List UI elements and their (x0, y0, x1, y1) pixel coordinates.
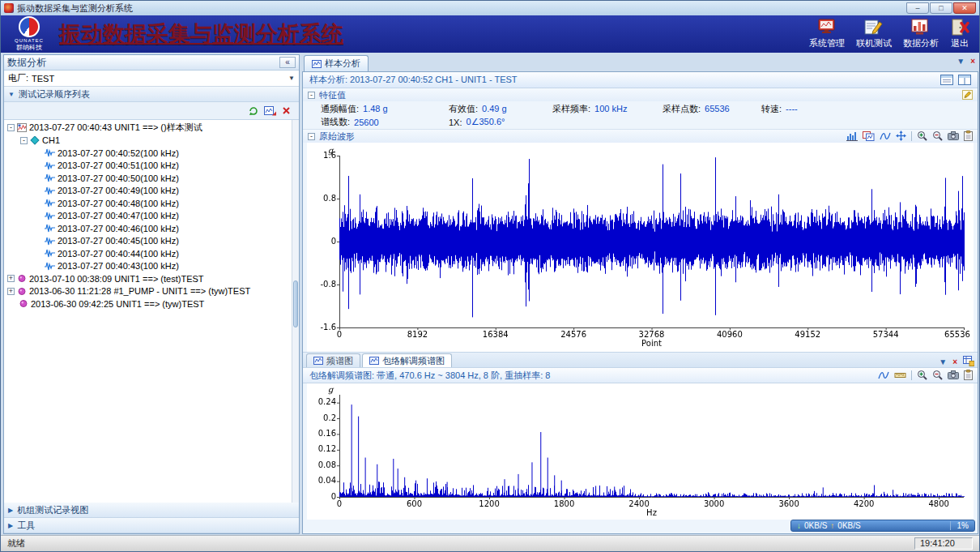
tab-sample-analysis[interactable]: 样本分析 (304, 55, 369, 71)
upload-rate: 0KB/S (837, 521, 860, 530)
spectrum-tabbar: 频谱图包络解调频谱图 ▼ × (303, 352, 978, 367)
sidebar-item-unit-test-view[interactable]: ▶ 机组测试记录视图 (4, 503, 299, 518)
tab-label: 频谱图 (326, 355, 353, 367)
zoom-in-icon[interactable] (917, 131, 927, 141)
minimize-button[interactable]: – (906, 2, 929, 14)
zoom-in-icon[interactable] (917, 370, 927, 380)
collapse-expander-icon[interactable]: - (20, 137, 28, 144)
spectrum-close-icon[interactable]: × (952, 357, 957, 367)
feature-label: 转速: (761, 103, 782, 115)
feature-item: 1X:0∠350.6° (449, 116, 552, 128)
tree-item[interactable]: 2013-06-30 09:42:25 UNIT1 ==> (tyw)TEST (4, 297, 291, 310)
tab-label: 样本分析 (325, 58, 360, 70)
tree-item[interactable]: 2013-07-27 00:40:48(100 kHz) (4, 197, 291, 210)
report-icon[interactable] (940, 75, 953, 85)
tree-item[interactable]: 2013-07-27 00:40:49(100 kHz) (4, 185, 291, 198)
action-label: 系统管理 (809, 37, 845, 49)
expand-expander-icon[interactable]: + (7, 275, 15, 282)
layout-icon[interactable] (958, 75, 971, 85)
edit-icon[interactable] (962, 90, 973, 101)
tree-item[interactable]: 2013-07-27 00:40:45(100 kHz) (4, 235, 291, 248)
curve-icon[interactable] (878, 370, 889, 380)
ruler-icon[interactable] (894, 370, 906, 380)
tree-item-label: 2013-07-27 00:40:46(100 kHz) (58, 224, 179, 233)
close-button[interactable]: ✕ (953, 2, 976, 14)
tree-item[interactable]: 2013-07-27 00:40:44(100 kHz) (4, 247, 291, 260)
tree-item-label: 2013-07-27 00:40:44(100 kHz) (58, 249, 179, 259)
sidebar-collapse-button[interactable]: « (279, 57, 296, 68)
section-expanded-icon: ▼ (8, 91, 15, 98)
tree-item[interactable]: 2013-07-27 00:40:43(100 kHz) (4, 260, 291, 273)
main-tabbar: 样本分析 ▼ × (302, 54, 978, 71)
spectrum-collapse-icon[interactable]: ▼ (939, 357, 947, 367)
waveform-section-header[interactable]: - 原始波形 (303, 129, 978, 143)
window-titlebar[interactable]: 振动数据采集与监测分析系统 – □ ✕ (1, 1, 979, 15)
data-analysis-button[interactable]: 数据分析 (903, 19, 939, 49)
waveform-icon (45, 199, 55, 208)
sidebar-item-tools[interactable]: ▶ 工具 (4, 518, 299, 533)
data-analysis-icon (911, 19, 931, 36)
tree-item[interactable]: +2013-07-10 00:38:09 UNIT1 ==> (test)TES… (4, 272, 291, 285)
clipboard-icon[interactable] (964, 370, 973, 380)
exit-button[interactable]: 退出 (950, 19, 969, 49)
section-label: 工具 (17, 520, 35, 532)
plant-value: TEST (32, 74, 54, 83)
record-list-section-header[interactable]: ▼ 测试记录顺序列表 (4, 87, 299, 102)
tab-envelope-spectrum[interactable]: 包络解调频谱图 (362, 353, 452, 367)
collapse-box-icon[interactable]: - (308, 133, 315, 140)
waveform-toolbar (846, 131, 973, 141)
feature-value: 0.49 g (482, 104, 507, 113)
overlay-chart-icon[interactable] (863, 131, 875, 141)
tree-item[interactable]: +2013-06-30 11:21:28 #1_PUMP - UNIT1 ==>… (4, 285, 291, 298)
online-test-button[interactable]: 联机测试 (856, 19, 892, 49)
tree-item[interactable]: 2013-07-27 00:40:47(100 kHz) (4, 210, 291, 223)
record-icon (19, 299, 28, 308)
refresh-icon[interactable] (248, 105, 258, 116)
compare-icon[interactable] (264, 106, 276, 116)
waveform-chart[interactable] (307, 143, 974, 352)
expand-expander-icon[interactable]: + (7, 288, 15, 295)
spectrum-info-text: 包络解调频谱图: 带通, 470.6 Hz ~ 3804 Hz, 8 阶, 重抽… (309, 370, 550, 382)
toolbar-separator (911, 370, 912, 380)
feature-value: 65536 (705, 104, 730, 113)
tree-scrollbar-thumb[interactable] (293, 280, 298, 327)
chevron-down-icon[interactable]: ▼ (288, 75, 295, 82)
collapse-expander-icon[interactable]: - (7, 124, 15, 131)
feature-item: 谱线数:25600 (321, 116, 449, 128)
tree-item[interactable]: 2013-07-27 00:40:50(100 kHz) (4, 172, 291, 185)
maximize-button[interactable]: □ (930, 2, 952, 14)
envelope-spectrum-chart[interactable] (307, 383, 974, 520)
tree-item[interactable]: -2013-07-27 00:40:43 UNIT1 ==> ()样本测试 (4, 122, 291, 135)
exit-icon (950, 19, 969, 36)
status-bar: 就绪 19:41:20 (1, 535, 979, 551)
tree-item[interactable]: -CH1 (4, 135, 291, 148)
tree-item[interactable]: 2013-07-27 00:40:52(100 kHz) (4, 147, 291, 160)
zoom-out-icon[interactable] (932, 370, 943, 380)
curve-icon[interactable] (880, 131, 891, 141)
system-management-button[interactable]: 系统管理 (809, 19, 845, 49)
tree-item[interactable]: 2013-07-27 00:40:51(100 kHz) (4, 160, 291, 173)
panel-collapse-icon[interactable]: ▼ (957, 57, 965, 66)
camera-icon[interactable] (948, 370, 959, 379)
tree-item[interactable]: 2013-07-27 00:40:46(100 kHz) (4, 222, 291, 235)
page-title: 振动数据采集与监测分析系统 (59, 19, 343, 49)
collapse-box-icon[interactable]: - (308, 92, 315, 99)
zoom-out-icon[interactable] (932, 131, 943, 141)
pan-icon[interactable] (896, 131, 906, 141)
record-icon (17, 274, 27, 283)
tree-item-label: 2013-07-27 00:40:47(100 kHz) (58, 211, 179, 220)
plant-label: 电厂: (8, 72, 28, 84)
tab-chart-icon (313, 357, 323, 365)
panel-close-icon[interactable]: × (970, 57, 975, 66)
spectrum-info-row: 包络解调频谱图: 带通, 470.6 Hz ~ 3804 Hz, 8 阶, 重抽… (303, 367, 978, 383)
delete-icon[interactable] (282, 106, 291, 115)
features-section-header[interactable]: - 特征值 (303, 88, 978, 101)
tab-chart-icon (312, 60, 322, 68)
camera-icon[interactable] (948, 131, 959, 140)
histogram-icon[interactable] (846, 131, 858, 141)
record-tree-wrap: -2013-07-27 00:40:43 UNIT1 ==> ()样本测试-CH… (4, 120, 299, 503)
clipboard-icon[interactable] (964, 131, 973, 141)
tab-spectrum[interactable]: 频谱图 (306, 353, 360, 367)
tree-scrollbar[interactable] (292, 120, 299, 503)
plant-selector[interactable]: 电厂: TEST ▼ (4, 71, 299, 87)
